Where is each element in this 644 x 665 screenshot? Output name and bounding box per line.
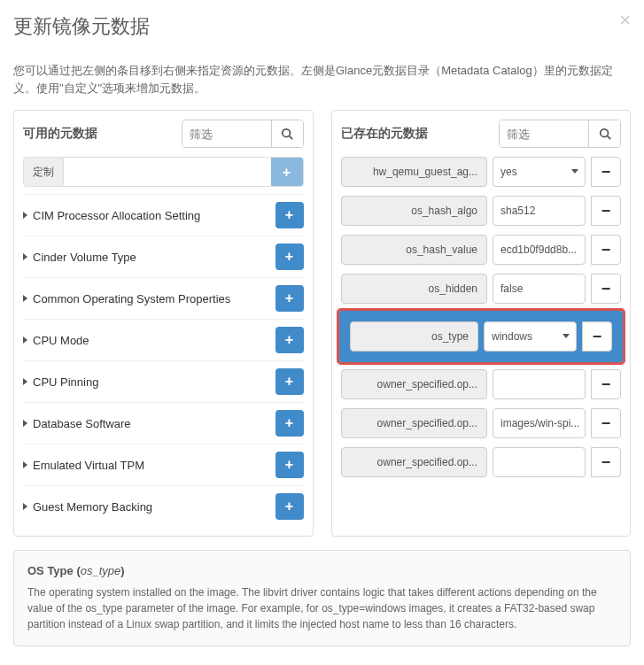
chevron-right-icon [23,212,27,219]
existing-filter-button[interactable] [588,120,620,147]
existing-list: hw_qemu_guest_ag... yes − os_hash_algo s… [341,157,622,477]
value-select[interactable]: windows [484,321,577,352]
field-label: owner_specified.op... [341,408,488,438]
remove-button[interactable]: − [582,321,612,352]
existing-metadata-panel: 已存在的元数据 hw_qemu_guest_ag... yes − os_has… [331,110,632,537]
existing-item: owner_specified.op... − [341,369,622,399]
field-label: owner_specified.op... [341,369,488,399]
info-title-label: OS Type [27,564,74,577]
remove-button[interactable]: − [591,369,621,399]
remove-button[interactable]: − [591,274,621,304]
available-filter-input[interactable] [182,120,271,147]
available-title: 可用的元数据 [23,126,97,142]
chevron-right-icon [23,378,27,385]
value-text[interactable]: ecd1b0f9dd8b... [493,235,586,265]
close-icon[interactable]: × [619,9,631,32]
chevron-right-icon [23,295,27,302]
existing-item: hw_qemu_guest_ag... yes − [341,157,622,187]
svg-line-1 [290,136,293,140]
value-select[interactable]: yes [493,157,586,187]
existing-item: os_hash_algo sha512 − [341,196,622,226]
available-item-toggle[interactable]: CIM Processor Allocation Setting [23,209,275,222]
add-button[interactable]: + [275,285,304,312]
available-item: Common Operating System Properties + [23,277,304,319]
available-header: 可用的元数据 [23,120,304,148]
value-text[interactable] [493,447,586,477]
available-item: Emulated Virtual TPM + [23,444,304,485]
field-label: owner_specified.op... [341,447,488,477]
field-label: os_type [350,321,479,352]
available-item-label: CPU Mode [33,334,89,347]
available-item-toggle[interactable]: Database Software [23,417,275,430]
svg-line-3 [607,136,610,140]
add-button[interactable]: + [275,202,304,228]
available-item-toggle[interactable]: Guest Memory Backing [23,500,275,514]
custom-metadata-row: 定制 + [23,157,304,187]
chevron-right-icon [23,336,27,344]
remove-button[interactable]: − [591,157,621,187]
add-button[interactable]: + [275,452,304,478]
available-item: CPU Mode + [23,319,304,360]
existing-filter [499,120,621,148]
existing-item: owner_specified.op... images/win-spi... … [341,408,622,438]
svg-point-0 [283,129,291,137]
available-item-label: Guest Memory Backing [33,500,152,514]
available-item-label: CIM Processor Allocation Setting [33,209,200,222]
field-label: os_hash_value [341,235,488,265]
field-label: os_hash_algo [341,196,488,226]
available-filter [182,120,304,148]
available-list: CIM Processor Allocation Setting + Cinde… [23,194,304,527]
existing-header: 已存在的元数据 [341,120,622,148]
chevron-right-icon [23,503,27,510]
info-text: The operating system installed on the im… [27,584,617,632]
available-item-label: Emulated Virtual TPM [33,459,144,472]
existing-item: owner_specified.op... − [341,447,622,477]
add-button[interactable]: + [275,327,304,353]
remove-button[interactable]: − [591,235,621,265]
available-item-toggle[interactable]: CPU Pinning [23,375,275,389]
existing-item: os_hash_value ecd1b0f9dd8b... − [341,235,622,265]
available-item: CIM Processor Allocation Setting + [23,194,304,236]
remove-button[interactable]: − [591,447,621,477]
available-item-label: Database Software [33,417,131,430]
modal-description: 您可以通过把左侧的条目移到右侧来指定资源的元数据。左侧是Glance元数据目录（… [13,62,631,97]
available-item-label: Cinder Volume Type [33,251,136,264]
available-item-toggle[interactable]: Emulated Virtual TPM [23,459,275,472]
value-text[interactable] [493,369,586,399]
custom-add-button[interactable]: + [271,158,303,187]
available-item-toggle[interactable]: Cinder Volume Type [23,251,275,264]
existing-filter-input[interactable] [500,120,588,147]
available-item-toggle[interactable]: CPU Mode [23,334,275,347]
search-icon [281,128,293,140]
value-text[interactable]: images/win-spi... [493,408,586,438]
value-text[interactable]: sha512 [493,196,586,226]
value-text[interactable]: false [493,274,586,304]
existing-title: 已存在的元数据 [341,126,428,142]
add-button[interactable]: + [275,410,304,437]
available-item-label: CPU Pinning [33,375,98,389]
chevron-right-icon [23,420,27,427]
custom-input[interactable] [64,158,271,186]
modal-title: 更新镜像元数据 [13,13,631,40]
add-button[interactable]: + [275,493,304,520]
info-title-key: os_type [81,564,121,577]
available-item-label: Common Operating System Properties [33,292,230,305]
existing-item: os_type windows − [339,311,624,362]
add-button[interactable]: + [275,368,304,395]
available-item: CPU Pinning + [23,360,304,402]
available-item: Database Software + [23,402,304,444]
add-button[interactable]: + [275,244,304,270]
info-box: OS Type (os_type) The operating system i… [13,550,631,646]
remove-button[interactable]: − [591,408,621,438]
existing-item: os_hidden false − [341,274,622,304]
custom-label: 定制 [24,158,64,186]
available-filter-button[interactable] [271,120,303,147]
available-item: Guest Memory Backing + [23,485,304,527]
available-item-toggle[interactable]: Common Operating System Properties [23,292,275,305]
info-title: OS Type (os_type) [27,564,617,577]
chevron-right-icon [23,253,27,260]
svg-point-2 [600,129,608,137]
chevron-right-icon [23,461,27,468]
metadata-modal: 更新镜像元数据 × 您可以通过把左侧的条目移到右侧来指定资源的元数据。左侧是Gl… [0,0,644,664]
remove-button[interactable]: − [591,196,621,226]
